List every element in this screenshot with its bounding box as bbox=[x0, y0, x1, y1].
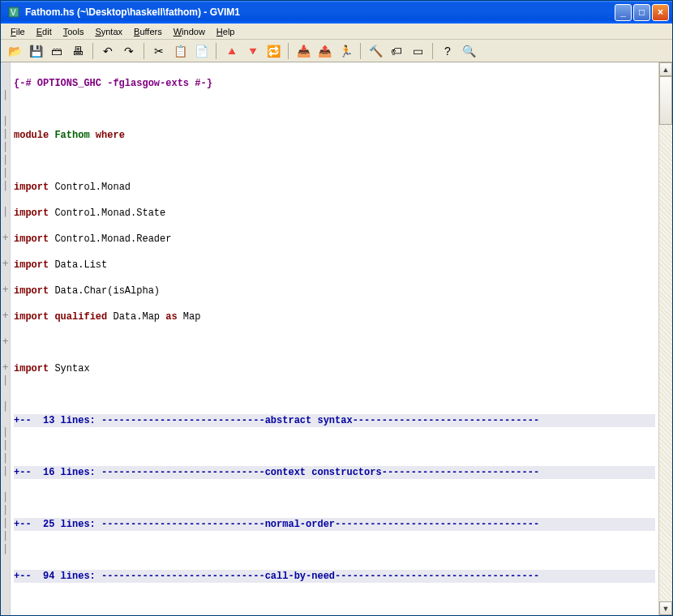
scroll-down-button[interactable]: ▼ bbox=[659, 601, 672, 615]
load-session-icon[interactable]: 📥 bbox=[294, 42, 312, 60]
svg-text:V: V bbox=[11, 8, 16, 17]
save-all-icon[interactable]: 🗃 bbox=[48, 42, 66, 60]
scroll-up-button[interactable]: ▲ bbox=[659, 62, 672, 76]
replace-icon[interactable]: 🔁 bbox=[264, 42, 282, 60]
help-icon[interactable]: ? bbox=[439, 42, 457, 60]
menu-help[interactable]: Help bbox=[212, 25, 240, 38]
fold-line[interactable]: +-- 13 lines: --------------------------… bbox=[14, 414, 655, 427]
toolbar-sep bbox=[360, 43, 361, 59]
toolbar-sep bbox=[144, 43, 144, 59]
save-icon[interactable]: 💾 bbox=[27, 42, 45, 60]
find-next-icon[interactable]: 🔻 bbox=[243, 42, 261, 60]
find-help-icon[interactable]: 🔍 bbox=[460, 42, 478, 60]
menu-edit[interactable]: Edit bbox=[32, 25, 57, 38]
menu-file[interactable]: File bbox=[6, 25, 30, 38]
menu-syntax[interactable]: Syntax bbox=[90, 25, 127, 38]
maximize-button[interactable]: □ bbox=[633, 4, 650, 21]
toolbar-sep bbox=[288, 43, 289, 59]
paste-icon[interactable]: 📄 bbox=[192, 42, 210, 60]
minimize-button[interactable]: _ bbox=[615, 4, 632, 21]
undo-icon[interactable]: ↶ bbox=[99, 42, 117, 60]
cut-icon[interactable]: ✂ bbox=[150, 42, 168, 60]
menu-window[interactable]: Window bbox=[169, 25, 210, 38]
open-icon[interactable]: 📂 bbox=[6, 42, 24, 60]
toolbar-sep bbox=[92, 43, 93, 59]
fold-line[interactable]: +-- 25 lines: --------------------------… bbox=[14, 518, 655, 531]
make-icon[interactable]: 🔨 bbox=[367, 42, 384, 60]
close-button[interactable]: × bbox=[652, 4, 669, 21]
menu-tools[interactable]: Tools bbox=[58, 25, 89, 38]
fold-gutter[interactable]: | |||| || | + + + + + + | | |||| ||| || bbox=[1, 62, 11, 615]
scroll-thumb[interactable] bbox=[659, 76, 672, 125]
titlebar: V Fathom.hs (~\Desktop\haskell\fathom) -… bbox=[1, 1, 672, 24]
fold-line[interactable]: +-- 94 lines: --------------------------… bbox=[14, 570, 655, 583]
save-session-icon[interactable]: 📤 bbox=[315, 42, 333, 60]
app-icon: V bbox=[7, 6, 20, 19]
menubar: File Edit Tools Syntax Buffers Window He… bbox=[1, 24, 672, 40]
run-macro-icon[interactable]: 🏃 bbox=[336, 42, 354, 60]
tags-icon[interactable]: 🏷 bbox=[388, 42, 405, 60]
redo-icon[interactable]: ↷ bbox=[120, 42, 138, 60]
vertical-scrollbar: ▲ ▼ bbox=[658, 62, 672, 615]
editor: | |||| || | + + + + + + | | |||| ||| || … bbox=[1, 62, 672, 615]
menu-buffers[interactable]: Buffers bbox=[129, 25, 167, 38]
fold-line[interactable]: +-- 16 lines: --------------------------… bbox=[14, 466, 655, 479]
toolbar: 📂 💾 🗃 🖶 ↶ ↷ ✂ 📋 📄 🔺 🔻 🔁 📥 📤 🏃 🔨 🏷 ▭ ? 🔍 bbox=[1, 40, 672, 62]
toolbar-sep bbox=[432, 43, 433, 59]
print-icon[interactable]: 🖶 bbox=[69, 42, 87, 60]
toolbar-sep bbox=[216, 43, 216, 59]
shell-icon[interactable]: ▭ bbox=[409, 42, 427, 60]
code-area[interactable]: {-# OPTIONS_GHC -fglasgow-exts #-} modul… bbox=[11, 62, 658, 615]
copy-icon[interactable]: 📋 bbox=[171, 42, 189, 60]
find-prev-icon[interactable]: 🔺 bbox=[222, 42, 240, 60]
scroll-track[interactable] bbox=[659, 76, 672, 601]
window-title: Fathom.hs (~\Desktop\haskell\fathom) - G… bbox=[24, 6, 615, 18]
window-buttons: _ □ × bbox=[615, 4, 669, 21]
pragma: {-# OPTIONS_GHC -fglasgow-exts #-} bbox=[14, 78, 212, 89]
